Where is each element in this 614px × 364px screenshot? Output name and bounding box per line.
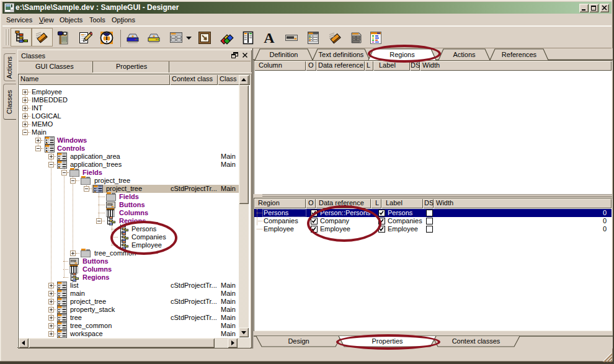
svg-text:Definition: Definition xyxy=(270,51,298,58)
svg-text:Context classes: Context classes xyxy=(452,337,501,345)
svg-text:Design: Design xyxy=(288,337,309,345)
svg-text:A: A xyxy=(264,30,275,45)
svg-text:Actions: Actions xyxy=(453,51,476,58)
svg-text:Text definitions: Text definitions xyxy=(319,51,364,58)
svg-text:References: References xyxy=(502,51,537,58)
